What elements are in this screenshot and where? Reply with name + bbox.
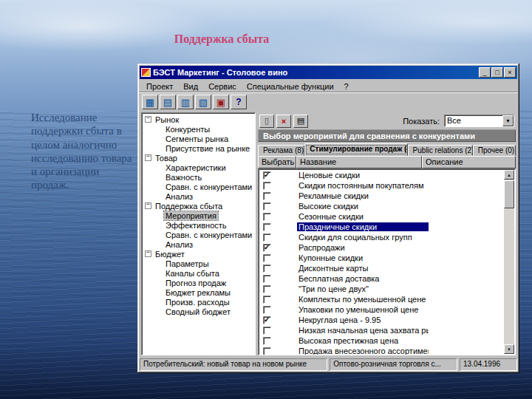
row-checkbox[interactable]: [263, 275, 271, 283]
tree-item[interactable]: Бюджет: [142, 249, 255, 259]
show-filter-label: Показать:: [403, 117, 442, 126]
activity-name: Сезонные скидки: [297, 212, 429, 221]
activity-name: Распродажи: [297, 243, 429, 252]
activity-name: Высокие скидки: [297, 202, 429, 211]
close-button[interactable]: ×: [504, 67, 516, 78]
table-row[interactable]: Сезонные скидки: [260, 211, 504, 222]
row-checkbox[interactable]: [263, 296, 271, 304]
menu-item[interactable]: Сервис: [203, 81, 242, 92]
table-row[interactable]: Купонные скидки: [260, 253, 504, 263]
tree-expand-icon[interactable]: [145, 154, 151, 161]
tab[interactable]: Реклама (8): [258, 145, 304, 156]
tree-item[interactable]: Важность: [142, 172, 255, 182]
menu-item[interactable]: Специальные функции: [242, 81, 339, 92]
dropdown-arrow-icon[interactable]: ▼: [502, 115, 514, 126]
tab[interactable]: Прочее (0): [473, 145, 516, 156]
help-icon[interactable]: ?: [231, 95, 247, 109]
print-icon[interactable]: ▤: [293, 115, 308, 128]
view-table-icon[interactable]: ▥: [177, 95, 194, 109]
new-item-icon[interactable]: ▯: [259, 115, 274, 128]
table-row[interactable]: Бесплатная доставка: [260, 273, 504, 284]
maximize-button[interactable]: □: [491, 67, 503, 78]
vertical-scrollbar[interactable]: ▲ ▼: [504, 170, 514, 354]
tree-item[interactable]: Мероприятия: [142, 211, 255, 220]
view-list-icon[interactable]: ▤: [160, 95, 176, 109]
tree-item[interactable]: Рынок: [142, 115, 255, 124]
tree-item[interactable]: Сравн. с конкурентами: [142, 230, 255, 239]
row-checkbox[interactable]: [263, 265, 271, 273]
row-checkbox[interactable]: [263, 285, 271, 293]
tree-item[interactable]: Сводный бюджет: [142, 307, 255, 316]
tab[interactable]: Public relations (2): [408, 145, 473, 156]
minimize-button[interactable]: _: [479, 67, 491, 78]
tree-item-label: Важность: [164, 173, 203, 182]
row-checkbox[interactable]: [263, 213, 271, 221]
column-header-description[interactable]: Описание: [422, 156, 516, 168]
tree-item[interactable]: Бюджет рекламы: [142, 287, 255, 297]
table-row[interactable]: Низкая начальная цена захвата рынка: [260, 325, 504, 335]
row-checkbox[interactable]: [263, 306, 271, 314]
table-row[interactable]: Комплекты по уменьшенной цене: [260, 294, 504, 304]
tree-item[interactable]: Присутствие на рынке: [142, 143, 255, 153]
activity-name: Купонные скидки: [297, 253, 429, 262]
row-checkbox[interactable]: [263, 254, 271, 262]
table-row[interactable]: Скидки постоянным покупателям: [260, 180, 504, 191]
tree-item[interactable]: Сегменты рынка: [142, 134, 255, 143]
tree-item[interactable]: Анализ: [142, 239, 255, 249]
scroll-up-icon[interactable]: ▲: [504, 170, 514, 180]
table-row[interactable]: Распродажи: [260, 242, 504, 253]
table-row[interactable]: "Три по цене двух": [260, 284, 504, 294]
tab[interactable]: Стимулирование продаж (4): [304, 143, 407, 156]
tree-item[interactable]: Характеристики: [142, 163, 255, 172]
row-checkbox[interactable]: [263, 192, 271, 200]
row-checkbox[interactable]: [263, 202, 271, 211]
table-row[interactable]: Скидки для социальных групп: [260, 232, 504, 242]
table-row[interactable]: Праздничные скидки: [260, 222, 504, 232]
report-icon[interactable]: ▧: [195, 95, 211, 109]
row-checkbox[interactable]: [263, 233, 271, 242]
tree-expand-icon[interactable]: [145, 116, 151, 123]
table-row[interactable]: Высокая престижная цена: [260, 335, 504, 346]
menu-item[interactable]: ?: [339, 81, 354, 92]
row-checkbox[interactable]: [263, 316, 271, 324]
column-header-name[interactable]: Название: [296, 156, 422, 168]
tree-item-label: Рынок: [154, 115, 180, 124]
tree-item[interactable]: Сравн. с конкурентами: [142, 182, 255, 191]
row-checkbox[interactable]: [263, 171, 271, 180]
tree-item[interactable]: Конкуренты: [142, 124, 255, 134]
tree-item[interactable]: Поддержка сбыта: [142, 201, 255, 211]
tree-item[interactable]: Товар: [142, 153, 255, 163]
tree-item[interactable]: Каналы сбыта: [142, 268, 255, 278]
view-grid-icon[interactable]: ▦: [142, 95, 158, 109]
exit-icon[interactable]: ▣: [213, 95, 229, 109]
table-row[interactable]: Высокие скидки: [260, 201, 504, 211]
tree-item[interactable]: Параметры: [142, 259, 255, 268]
table-row[interactable]: Некруглая цена - 9.95: [260, 315, 504, 325]
tree-expand-icon[interactable]: [145, 250, 151, 257]
table-row[interactable]: Продажа внесезонного ассортимента: [260, 346, 504, 355]
tree-item[interactable]: Эффективность: [142, 220, 255, 230]
tree-item[interactable]: Произв. расходы: [142, 297, 255, 307]
row-checkbox[interactable]: [263, 327, 271, 335]
menu-item[interactable]: Проект: [141, 81, 178, 92]
table-row[interactable]: Ценовые скидки: [260, 170, 504, 180]
row-checkbox[interactable]: [263, 337, 271, 345]
menu-item[interactable]: Вид: [178, 81, 203, 92]
activity-name: Некруглая цена - 9.95: [297, 316, 429, 324]
tree-item[interactable]: Анализ: [142, 191, 255, 201]
scrollbar-thumb[interactable]: [504, 180, 514, 208]
row-checkbox[interactable]: [263, 223, 271, 231]
row-checkbox[interactable]: [263, 347, 271, 355]
show-filter-combobox[interactable]: Все ▼: [444, 115, 514, 127]
tree-item[interactable]: Прогноз продаж: [142, 278, 255, 287]
table-row[interactable]: Рекламные скидки: [260, 191, 504, 201]
column-header-select[interactable]: Выбрать: [258, 156, 296, 168]
panel-toolbar-icons: ▯ × ▤: [259, 115, 308, 128]
delete-icon[interactable]: ×: [276, 115, 291, 128]
table-row[interactable]: Упаковки по уменьшенной цене: [260, 304, 504, 315]
table-row[interactable]: Дисконтные карты: [260, 263, 504, 273]
scroll-down-icon[interactable]: ▼: [504, 344, 514, 354]
row-checkbox[interactable]: [263, 182, 271, 190]
tree-expand-icon[interactable]: [145, 202, 151, 209]
row-checkbox[interactable]: [263, 244, 271, 252]
